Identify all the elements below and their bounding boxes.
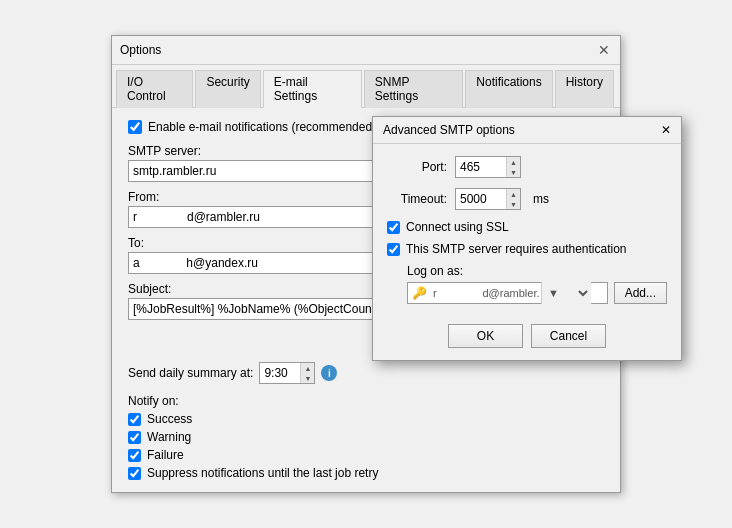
enable-notifications-label: Enable e-mail notifications (recommended… <box>148 120 376 134</box>
dialog-footer: OK Cancel <box>373 316 681 360</box>
notify-success-label: Success <box>147 412 192 426</box>
tab-history[interactable]: History <box>555 70 614 108</box>
send-daily-up-arrow[interactable]: ▲ <box>301 363 314 373</box>
add-button[interactable]: Add... <box>614 282 667 304</box>
tab-io-control[interactable]: I/O Control <box>116 70 193 108</box>
send-daily-down-arrow[interactable]: ▼ <box>301 373 314 383</box>
window-title: Options <box>120 43 161 57</box>
port-down-arrow[interactable]: ▼ <box>507 167 520 177</box>
port-spinner: ▲ ▼ <box>455 156 521 178</box>
notify-failure-label: Failure <box>147 448 184 462</box>
notify-suppress-label: Suppress notifications until the last jo… <box>147 466 378 480</box>
notify-success-row: Success <box>128 412 604 426</box>
notify-warning-checkbox[interactable] <box>128 431 141 444</box>
timeout-label: Timeout: <box>387 192 447 206</box>
dialog-title-bar: Advanced SMTP options ✕ <box>373 117 681 144</box>
logon-input[interactable] <box>431 283 541 303</box>
send-daily-arrows: ▲ ▼ <box>300 363 314 383</box>
title-bar: Options ✕ <box>112 36 620 65</box>
notify-suppress-checkbox[interactable] <box>128 467 141 480</box>
main-window: Options ✕ I/O Control Security E-mail Se… <box>111 35 621 493</box>
notify-warning-row: Warning <box>128 430 604 444</box>
port-arrows: ▲ ▼ <box>506 157 520 177</box>
tab-security[interactable]: Security <box>195 70 260 108</box>
notify-failure-row: Failure <box>128 448 604 462</box>
send-daily-label: Send daily summary at: <box>128 366 253 380</box>
port-up-arrow[interactable]: ▲ <box>507 157 520 167</box>
timeout-down-arrow[interactable]: ▼ <box>507 199 520 209</box>
info-icon[interactable]: i <box>321 365 337 381</box>
ms-label: ms <box>533 192 549 206</box>
send-daily-spinner: ▲ ▼ <box>259 362 315 384</box>
send-daily-row: Send daily summary at: ▲ ▼ i <box>128 362 604 384</box>
port-input[interactable] <box>456 157 506 177</box>
timeout-up-arrow[interactable]: ▲ <box>507 189 520 199</box>
tab-bar: I/O Control Security E-mail Settings SNM… <box>112 65 620 108</box>
ok-button[interactable]: OK <box>448 324 523 348</box>
timeout-spinner: ▲ ▼ <box>455 188 521 210</box>
timeout-input[interactable] <box>456 189 506 209</box>
timeout-arrows: ▲ ▼ <box>506 189 520 209</box>
port-label: Port: <box>387 160 447 174</box>
auth-checkbox[interactable] <box>387 243 400 256</box>
dialog-content: Port: ▲ ▼ Timeout: ▲ ▼ <box>373 144 681 316</box>
close-button[interactable]: ✕ <box>596 42 612 58</box>
auth-label: This SMTP server requires authentication <box>406 242 627 256</box>
notify-label: Notify on: <box>128 394 604 408</box>
timeout-row: Timeout: ▲ ▼ ms <box>387 188 667 210</box>
cancel-button[interactable]: Cancel <box>531 324 606 348</box>
enable-notifications-checkbox[interactable] <box>128 120 142 134</box>
ssl-label: Connect using SSL <box>406 220 509 234</box>
ssl-checkbox[interactable] <box>387 221 400 234</box>
advanced-smtp-dialog: Advanced SMTP options ✕ Port: ▲ ▼ Timeou… <box>372 116 682 361</box>
ssl-row: Connect using SSL <box>387 220 667 234</box>
auth-row: This SMTP server requires authentication <box>387 242 667 256</box>
logon-row: 🔑 ▼ Add... <box>407 282 667 304</box>
send-daily-input[interactable] <box>260 363 300 383</box>
notify-suppress-row: Suppress notifications until the last jo… <box>128 466 604 480</box>
notify-checks: Success Warning Failure Suppress notific… <box>128 412 604 480</box>
port-row: Port: ▲ ▼ <box>387 156 667 178</box>
key-icon: 🔑 <box>408 286 431 300</box>
tab-email-settings[interactable]: E-mail Settings <box>263 70 362 108</box>
notify-failure-checkbox[interactable] <box>128 449 141 462</box>
dialog-title-text: Advanced SMTP options <box>383 123 515 137</box>
notify-success-checkbox[interactable] <box>128 413 141 426</box>
notify-section: Notify on: Success Warning Failure Suppr… <box>128 394 604 480</box>
notify-warning-label: Warning <box>147 430 191 444</box>
logon-label: Log on as: <box>407 264 667 278</box>
logon-input-group: 🔑 ▼ <box>407 282 608 304</box>
logon-dropdown[interactable]: ▼ <box>541 282 591 304</box>
dialog-close-button[interactable]: ✕ <box>661 123 671 137</box>
tab-snmp-settings[interactable]: SNMP Settings <box>364 70 463 108</box>
tab-notifications[interactable]: Notifications <box>465 70 552 108</box>
